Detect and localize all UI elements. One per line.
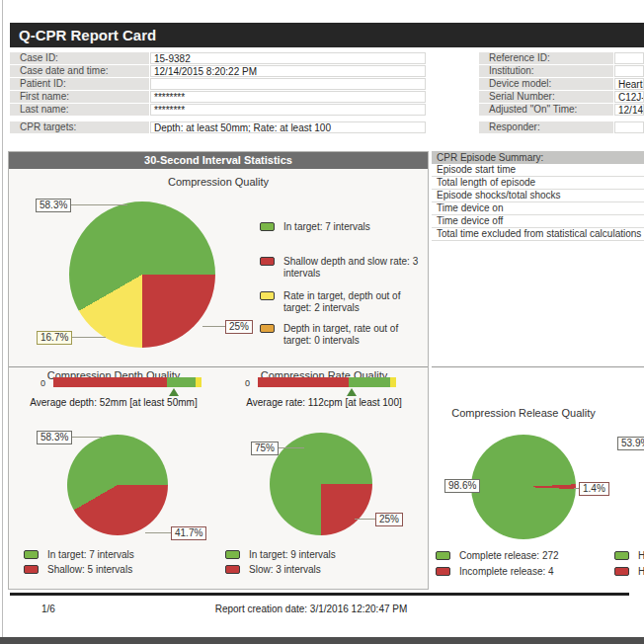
release-quality-title: Compression Release Quality: [432, 407, 615, 419]
report-title-bar: Q-CPR Report Card: [10, 23, 644, 47]
legend-label: Hand: [638, 550, 644, 562]
footer-rule: [10, 593, 629, 596]
episode-summary-row: Total time excluded from statistical cal…: [432, 228, 644, 241]
legend-item: Shallow: 5 intervals: [24, 564, 201, 576]
release-label-red: 1.4%: [579, 482, 609, 496]
legend-item: Incomplete release: 4: [436, 566, 604, 578]
depth-pie-label-green: 58.3%: [37, 431, 72, 444]
green-swatch-icon: [225, 550, 240, 559]
depth-gauge-min: 0: [40, 378, 45, 388]
page-number: 1/6: [41, 604, 55, 614]
episode-summary-row: Episode shocks/total shocks: [432, 190, 644, 202]
field-value-adjusted-on-time: 12/14/2: [614, 104, 644, 116]
orange-swatch-icon: [260, 324, 275, 333]
legend-label: In target: 7 intervals: [283, 221, 370, 233]
right-panel-divider: [432, 366, 644, 367]
field-label-device-model: Device model:: [479, 78, 613, 90]
depth-gauge-bar: [53, 377, 201, 387]
field-label-last-name: Last name:: [10, 104, 149, 116]
field-value-case-date: 12/14/2015 8:20:22 PM: [150, 65, 426, 77]
field-label-responder: Responder:: [479, 121, 613, 133]
bottom-bar: [0, 637, 644, 644]
rate-gauge-bar: [258, 377, 396, 387]
field-label-first-name: First name:: [10, 91, 149, 103]
legend-label: Slow: 3 intervals: [249, 564, 321, 576]
interval-statistics-header: 30-Second Interval Statistics: [9, 152, 428, 169]
episode-summary-row: Episode start time: [432, 164, 644, 177]
legend-item: Depth in target, rate out of target: 0 i…: [260, 323, 423, 347]
red-swatch-icon: [436, 567, 450, 576]
depth-gauge-marker-triangle: [169, 388, 179, 396]
legend-item: In target: 7 intervals: [24, 549, 201, 561]
leader-line: [68, 204, 127, 205]
field-value-last-name: ********: [150, 104, 426, 116]
legend-label: Hand: [638, 566, 644, 578]
interval-statistics-panel: 30-Second Interval Statistics Compressio…: [8, 151, 429, 590]
red-swatch-icon: [260, 257, 275, 266]
green-swatch-icon: [436, 551, 450, 560]
release-quality-pie: [471, 435, 576, 539]
field-label-case-date: Case date and time:: [10, 65, 149, 77]
legend-item: Slow: 3 intervals: [225, 564, 403, 576]
field-value-serial-number: C12J-0: [614, 91, 644, 103]
legend-label: Complete release: 272: [459, 550, 559, 562]
rate-gauge-min: 0: [245, 378, 250, 388]
field-value-cpr-targets: Depth: at least 50mm; Rate: at least 100: [150, 121, 426, 133]
legend-label: Depth in target, rate out of target: 0 i…: [283, 323, 423, 347]
legend-label: Shallow: 5 intervals: [47, 564, 132, 576]
legend-label: Rate in target, depth out of target: 2 i…: [283, 290, 423, 314]
leader-line: [145, 532, 171, 533]
episode-summary-header: CPR Episode Summary:: [432, 151, 644, 164]
red-swatch-icon: [225, 565, 240, 574]
legend-label: In target: 7 intervals: [47, 549, 134, 561]
pie-label-rate-only: 16.7%: [37, 331, 72, 345]
qcpr-report-page: Q-CPR Report Card Case ID: 15-9382 Case …: [0, 0, 644, 644]
episode-summary-row: Time device off: [432, 215, 644, 228]
compression-quality-title: Compression Quality: [9, 176, 428, 188]
field-value-first-name: ********: [150, 91, 426, 103]
legend-item: Complete release: 272: [436, 550, 604, 562]
depth-pie-label-red: 41.7%: [171, 526, 206, 540]
rate-pie-label-green: 75%: [251, 442, 279, 455]
field-label-serial-number: Serial Number:: [479, 91, 613, 103]
depth-caption: Average depth: 52mm [at least 50mm]: [9, 397, 218, 408]
compression-depth-pie: [67, 435, 168, 535]
leader-line: [68, 337, 106, 338]
field-value-reference-id: [614, 52, 644, 64]
legend-item: Hand: [614, 566, 644, 578]
pie-label-shallow-slow: 25%: [225, 320, 253, 334]
field-value-case-id: 15-9382: [150, 52, 426, 64]
leader-line: [355, 519, 375, 520]
field-label-reference-id: Reference ID:: [479, 52, 613, 64]
compression-quality-pie: [69, 201, 215, 348]
red-swatch-icon: [24, 565, 39, 574]
field-label-patient-id: Patient ID:: [10, 78, 149, 90]
legend-item: In target: 7 intervals: [260, 221, 418, 233]
green-swatch-icon: [260, 222, 275, 231]
field-label-adjusted-on-time: Adjusted "On" Time:: [479, 104, 613, 116]
legend-label: Shallow depth and slow rate: 3 intervals: [283, 256, 428, 280]
leader-line: [279, 447, 304, 448]
rate-gauge-marker-triangle: [347, 388, 357, 396]
green-swatch-icon: [614, 551, 629, 560]
field-value-patient-id: [150, 78, 426, 90]
release-label-green: 98.6%: [444, 479, 480, 493]
field-value-institution: [614, 65, 644, 77]
partial-chart-label: 53.9%: [617, 437, 644, 450]
green-swatch-icon: [24, 550, 39, 559]
yellow-swatch-icon: [260, 291, 275, 300]
red-swatch-icon: [614, 567, 629, 576]
rate-caption: Average rate: 112cpm [at least 100]: [220, 397, 428, 408]
report-creation-date: Report creation date: 3/1/2016 12:20:47 …: [148, 604, 474, 614]
legend-label: In target: 9 intervals: [249, 549, 336, 561]
episode-summary-row: Total length of episode: [432, 177, 644, 190]
field-label-institution: Institution:: [479, 65, 613, 77]
legend-item: Hand: [614, 550, 644, 562]
leader-line: [202, 326, 226, 327]
legend-label: Incomplete release: 4: [459, 566, 554, 578]
field-label-case-id: Case ID:: [10, 52, 149, 64]
episode-summary-row: Time device on: [432, 202, 644, 215]
page-left-edge: [2, 0, 3, 637]
legend-item: Rate in target, depth out of target: 2 i…: [260, 290, 423, 314]
section-divider: [9, 366, 428, 367]
